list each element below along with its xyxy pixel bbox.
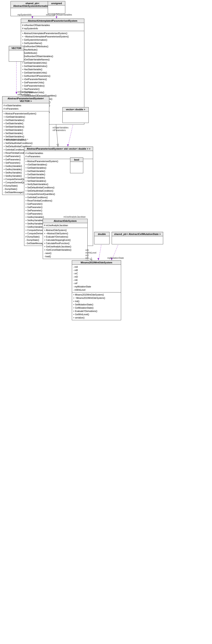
box-vector-double: vector< double > [62, 107, 89, 123]
svg-marker-9 [57, 144, 59, 146]
box-abstract-ode-system: AbstractOdeSystem # mUseAnalyticJacobian… [43, 219, 88, 259]
svg-marker-18 [90, 258, 92, 260]
label-mC: mC [85, 257, 89, 259]
svg-marker-11 [67, 144, 69, 146]
box-mirams2010-methods: + Mirams2010WntOdeSystem() + ~Mirams2010… [72, 292, 121, 320]
box-mirams2010-fields: - mA - mB - mC - mD - mE - mF - mpMutati… [72, 265, 121, 292]
box-abstract-ode-system-header: AbstractOdeSystem [43, 219, 87, 223]
svg-marker-20 [97, 258, 99, 260]
box-shared-ptr-cell: shared_ptr< AbstractCellMutationState > [112, 232, 163, 244]
box-abstract-parameterised-vector-header: AbstractParameterisedSystem< VECTOR > [3, 96, 49, 103]
box-vector-double-header: vector< double > [63, 108, 89, 112]
label-mpMutationState-connector: mpMutationState [107, 257, 124, 259]
svg-marker-3 [56, 16, 57, 18]
box-abstract-ode-system-protected: # mUseAnalyticJacobian [43, 223, 87, 228]
box-bool-body [70, 162, 83, 173]
label-mNumberOfStateVariables: mNumberOfStateVariables [46, 14, 72, 16]
svg-line-19 [99, 242, 102, 260]
box-abstract-ode-system-methods: + AbstractOdeSystem() + ~AbstractOdeSyst… [43, 228, 87, 259]
box-vector-header: VECTOR [9, 46, 24, 50]
box-unsigned: unsigned [48, 1, 65, 14]
box-bool: bool [70, 158, 83, 173]
box-vector: VECTOR [9, 46, 24, 62]
label-mStateVariables-mid: mStateVariables [53, 126, 69, 129]
box-vector-double-body [63, 112, 89, 123]
box-mirams2010-header: Mirams2010WntOdeSystem [72, 260, 121, 265]
box-bool-header: bool [70, 158, 83, 162]
label-mWntLevel-connector: mWntLevel [85, 252, 96, 254]
box-double-body [94, 236, 109, 244]
box-unsigned-header: unsigned [48, 1, 65, 6]
label-std-vector: < std::vector< double > > [4, 138, 28, 141]
box-mirams2010: Mirams2010WntOdeSystem - mA - mB - mC - … [72, 260, 121, 320]
label-mParameters-mid: mParameters [53, 129, 66, 132]
label-mParameters-top: mParameters [18, 94, 31, 96]
diagram-container: shared_ptr< AbstractOdeSystemInformation… [0, 0, 212, 644]
box-abstract-untemplated-header: AbstractUntemplatedParameterisedSystem [21, 19, 84, 23]
label-mA: mA [85, 249, 89, 251]
box-vector-body [9, 50, 24, 62]
label-mUseAnalyticJacobian: mUseAnalyticJacobian [64, 216, 86, 218]
svg-marker-1 [32, 16, 33, 18]
label-mStateVariables-top: mStateVariables [18, 91, 34, 93]
box-shared-ptr-cell-body [112, 236, 163, 244]
box-double: double [94, 232, 110, 244]
box-abstract-parameterised-std-vector-header: AbstractParameterisedSystem< std::vector… [24, 147, 93, 151]
svg-marker-5 [16, 92, 17, 94]
box-double-header: double [94, 232, 109, 236]
box-abstract-parameterised-vector-protected: # mStateVariables # mParameters [3, 103, 49, 111]
box-unsigned-body [48, 6, 65, 13]
box-shared-ptr-cell-header: shared_ptr< AbstractCellMutationState > [112, 232, 163, 236]
label-mB: mB [85, 254, 89, 256]
label-mpSystemInfo: mpSystemInfo [18, 14, 32, 16]
box-abstract-untemplated-protected: # mNumberOfStateVariables # mpSystemInfo [21, 23, 84, 31]
